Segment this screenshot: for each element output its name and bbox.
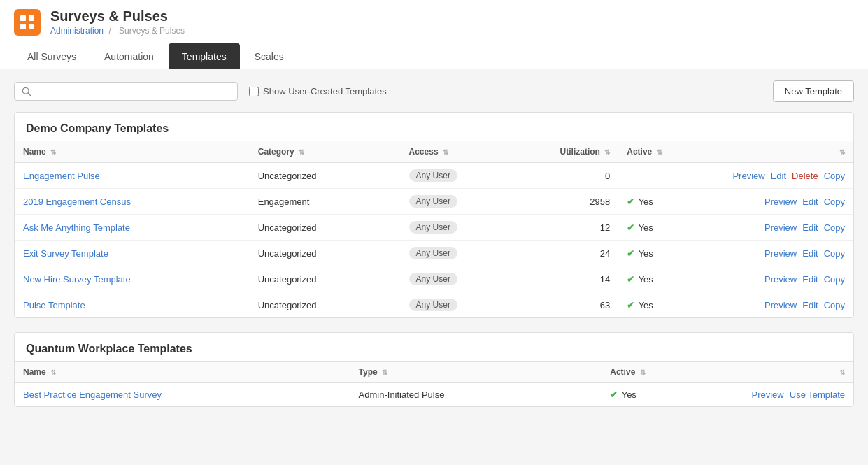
template-name-link[interactable]: Exit Survey Template (23, 248, 108, 259)
breadcrumb-current: Surveys & Pulses (119, 26, 185, 36)
utilization-value: 12 (518, 215, 618, 241)
qcol-header-actions: ⇅ (727, 362, 853, 383)
svg-rect-3 (29, 24, 34, 29)
template-name-link[interactable]: 2019 Engagement Census (23, 196, 131, 207)
action-links: PreviewEditCopy (719, 266, 853, 292)
action-preview[interactable]: Preview (732, 171, 764, 181)
action-copy[interactable]: Copy (824, 196, 845, 207)
action-copy[interactable]: Copy (824, 300, 845, 310)
qsort-name-icon[interactable]: ⇅ (50, 369, 56, 376)
access-badge: Any User (409, 221, 457, 234)
action-edit[interactable]: Edit (771, 171, 786, 181)
show-user-created-label[interactable]: Show User-Created Templates (249, 86, 387, 96)
tab-scales[interactable]: Scales (241, 43, 297, 69)
qsort-type-icon[interactable]: ⇅ (382, 369, 387, 376)
qcol-header-type: Type ⇅ (350, 362, 602, 383)
nav-tabs: All Surveys Automation Templates Scales (0, 43, 868, 69)
action-preview[interactable]: Preview (764, 274, 797, 285)
action-links: PreviewEditCopy (719, 241, 853, 266)
action-edit[interactable]: Edit (802, 222, 818, 233)
svg-rect-2 (20, 24, 26, 29)
template-name-link[interactable]: New Hire Survey Template (23, 274, 131, 285)
sort-name-icon[interactable]: ⇅ (50, 148, 56, 156)
action-copy[interactable]: Copy (824, 222, 845, 233)
check-icon: ✔ (610, 389, 618, 400)
quantum-template-type: Admin-Initiated Pulse (350, 383, 602, 407)
sort-utilization-icon[interactable]: ⇅ (604, 148, 610, 156)
demo-table-row: New Hire Survey TemplateUncategorizedAny… (15, 266, 853, 292)
sort-category-icon[interactable]: ⇅ (299, 148, 304, 156)
action-preview[interactable]: Preview (764, 196, 797, 207)
utilization-value: 63 (518, 292, 618, 318)
demo-section-title: Demo Company Templates (15, 113, 853, 141)
svg-rect-1 (29, 15, 34, 21)
col-header-category: Category ⇅ (250, 141, 401, 163)
quantum-action-preview[interactable]: Preview (752, 389, 784, 400)
template-category: Uncategorized (250, 241, 401, 266)
search-input[interactable] (36, 86, 230, 96)
template-category: Uncategorized (250, 266, 401, 292)
main-content: Show User-Created Templates New Template… (0, 69, 868, 432)
sort-access-icon[interactable]: ⇅ (443, 148, 448, 156)
qsort-actions-icon[interactable]: ⇅ (839, 369, 845, 376)
sort-active-icon[interactable]: ⇅ (657, 148, 662, 156)
toolbar: Show User-Created Templates New Template (14, 80, 854, 102)
col-header-utilization: Utilization ⇅ (518, 141, 618, 163)
active-status: ✔ Yes (618, 266, 719, 292)
quantum-table-row: Best Practice Engagement SurveyAdmin-Ini… (15, 383, 853, 407)
search-box (14, 82, 238, 101)
action-preview[interactable]: Preview (764, 300, 797, 310)
access-badge: Any User (409, 273, 457, 285)
check-icon: ✔ (627, 222, 634, 233)
tab-templates[interactable]: Templates (169, 43, 240, 69)
access-badge: Any User (409, 169, 457, 182)
template-category: Uncategorized (250, 292, 401, 318)
qsort-active-icon[interactable]: ⇅ (640, 369, 646, 376)
check-icon: ✔ (627, 196, 634, 207)
demo-table: Name ⇅ Category ⇅ Access ⇅ Utilization ⇅… (15, 141, 853, 317)
action-copy[interactable]: Copy (824, 248, 845, 259)
access-badge: Any User (409, 247, 457, 259)
check-icon: ✔ (627, 248, 634, 259)
col-header-access: Access ⇅ (401, 141, 518, 163)
tab-automation[interactable]: Automation (91, 43, 167, 69)
action-links: PreviewEditCopy (719, 215, 853, 241)
demo-table-row: 2019 Engagement CensusEngagementAny User… (15, 189, 853, 215)
template-name-link[interactable]: Engagement Pulse (23, 171, 100, 181)
quantum-action-links: PreviewUse Template (727, 383, 853, 407)
action-delete[interactable]: Delete (792, 171, 818, 181)
demo-table-row: Ask Me Anything TemplateUncategorizedAny… (15, 215, 853, 241)
action-copy[interactable]: Copy (824, 171, 845, 181)
action-edit[interactable]: Edit (802, 274, 818, 285)
template-name-link[interactable]: Pulse Template (23, 300, 85, 310)
show-user-created-checkbox[interactable] (249, 87, 259, 96)
action-copy[interactable]: Copy (824, 274, 845, 285)
quantum-action-use-template[interactable]: Use Template (790, 389, 845, 400)
action-preview[interactable]: Preview (764, 248, 797, 259)
action-edit[interactable]: Edit (802, 248, 818, 259)
access-badge: Any User (409, 195, 457, 208)
action-edit[interactable]: Edit (802, 300, 818, 310)
breadcrumb: Administration / Surveys & Pulses (50, 26, 187, 36)
sort-actions-icon[interactable]: ⇅ (839, 148, 845, 156)
quantum-table: Name ⇅ Type ⇅ Active ⇅ ⇅ Best Practice E… (15, 361, 853, 406)
app-title: Surveys & Pulses (50, 8, 187, 24)
app-icon (14, 9, 41, 36)
breadcrumb-admin[interactable]: Administration (50, 26, 104, 36)
check-icon: ✔ (627, 274, 634, 285)
tab-all-surveys[interactable]: All Surveys (14, 43, 90, 69)
quantum-active-status: ✔ Yes (602, 383, 727, 407)
utilization-value: 0 (518, 163, 618, 189)
quantum-section: Quantum Workplace Templates Name ⇅ Type … (14, 332, 854, 407)
template-name-link[interactable]: Ask Me Anything Template (23, 222, 130, 233)
action-edit[interactable]: Edit (802, 196, 818, 207)
utilization-value: 14 (518, 266, 618, 292)
quantum-template-name-link[interactable]: Best Practice Engagement Survey (23, 389, 162, 400)
demo-company-section: Demo Company Templates Name ⇅ Category ⇅… (14, 112, 854, 318)
action-preview[interactable]: Preview (764, 222, 797, 233)
demo-table-row: Exit Survey TemplateUncategorizedAny Use… (15, 241, 853, 266)
svg-line-5 (28, 93, 31, 96)
new-template-button[interactable]: New Template (773, 80, 854, 102)
template-category: Uncategorized (250, 163, 401, 189)
template-category: Engagement (250, 189, 401, 215)
